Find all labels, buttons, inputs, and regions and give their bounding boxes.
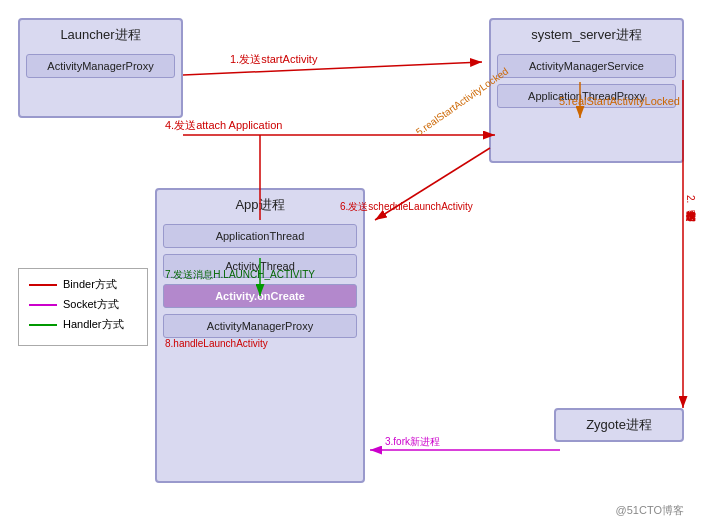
arrow8-label: 8.handleLaunchActivity [165, 338, 268, 349]
app-process: App进程 ApplicationThread ActivityThread A… [155, 188, 365, 483]
launcher-component: ActivityManagerProxy [26, 54, 175, 78]
arrow7-label: 7.发送消息H.LAUNCH_ACTIVITY [165, 268, 315, 282]
binder-line [29, 284, 57, 286]
arrow6-label: 6.发送scheduleLaunchActivity [340, 200, 473, 214]
sysserver-title: system_server进程 [491, 20, 682, 48]
handler-line [29, 324, 57, 326]
app-component-at: ApplicationThread [163, 224, 357, 248]
arrow1-label: 1.发送startActivity [230, 52, 317, 67]
arrow4-label: 4.发送attach Application [165, 118, 282, 133]
socket-line [29, 304, 57, 306]
legend-handler: Handler方式 [29, 317, 137, 332]
zygote-process: Zygote进程 [554, 408, 684, 442]
launcher-process: Launcher进程 ActivityManagerProxy [18, 18, 183, 118]
launcher-title: Launcher进程 [20, 20, 181, 48]
legend: Binder方式 Socket方式 Handler方式 [18, 268, 148, 346]
app-title: App进程 [157, 190, 363, 218]
arrow3-label: 3.fork新进程 [385, 435, 440, 449]
arrow2-label: 2.发送创建进程的请求 [677, 195, 697, 203]
sysserver-process: system_server进程 ActivityManagerService A… [489, 18, 684, 163]
ams-component: ActivityManagerService [497, 54, 676, 78]
arrow5-label: 5.realStartActivityLocked [559, 95, 680, 107]
watermark: @51CTO博客 [616, 503, 684, 518]
legend-socket: Socket方式 [29, 297, 137, 312]
app-component-amp: ActivityManagerProxy [163, 314, 357, 338]
app-component-oncreate: Activity.onCreate [163, 284, 357, 308]
arrow1-line [183, 62, 482, 75]
legend-binder: Binder方式 [29, 277, 137, 292]
